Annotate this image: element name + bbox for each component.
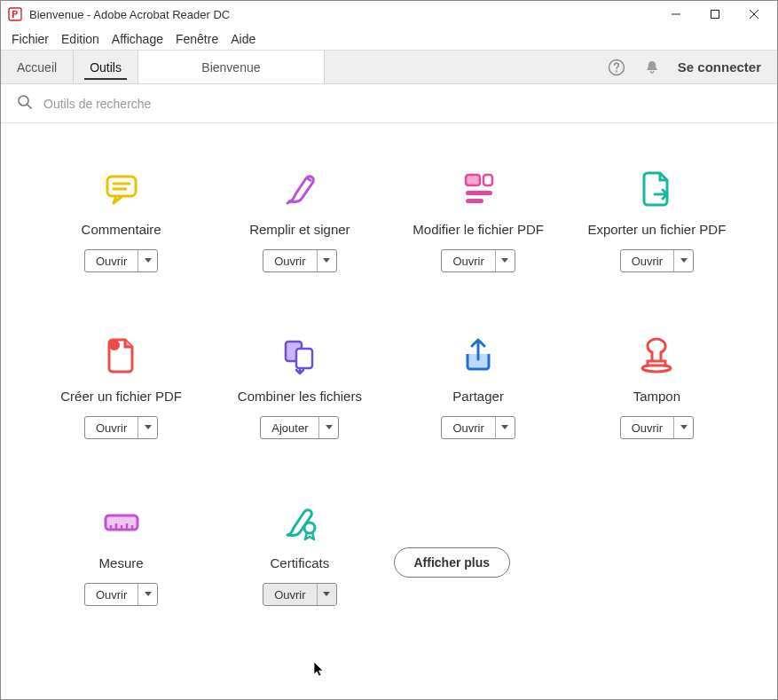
chevron-down-icon[interactable] <box>138 250 157 271</box>
share-icon <box>457 334 499 377</box>
tool-title: Certificats <box>271 554 330 572</box>
menu-bar: Fichier Edition Affichage Fenêtre Aide <box>1 28 777 51</box>
tool-createpdf: Créer un fichier PDFOuvrir <box>36 334 206 439</box>
tool-title: Commentaire <box>82 221 161 239</box>
tool-title: Remplir et signer <box>249 221 350 239</box>
search-row <box>1 84 777 123</box>
tool-measure: MesureOuvrir <box>36 501 206 606</box>
tool-title: Combiner les fichiers <box>238 388 362 405</box>
close-button[interactable] <box>735 1 774 28</box>
window-title: Bienvenue - Adobe Acrobat Reader DC <box>29 8 230 21</box>
tab-tools[interactable]: Outils <box>74 51 138 83</box>
chevron-down-icon[interactable] <box>495 250 515 271</box>
editpdf-icon <box>457 168 499 210</box>
exportpdf-icon <box>635 168 678 210</box>
comment-icon <box>100 168 143 210</box>
tool-action-button[interactable]: Ouvrir <box>441 416 515 439</box>
combine-icon <box>279 334 321 377</box>
chevron-down-icon[interactable] <box>317 584 336 605</box>
tool-exportpdf: Exporter un fichier PDFOuvrir <box>572 168 742 272</box>
tool-action-button[interactable]: Ouvrir <box>263 583 336 606</box>
chevron-down-icon[interactable] <box>138 417 157 438</box>
menu-view[interactable]: Affichage <box>112 32 163 46</box>
tool-action-label[interactable]: Ouvrir <box>85 417 138 438</box>
tools-area: CommentaireOuvrirRemplir et signerOuvrir… <box>1 123 777 699</box>
menu-help[interactable]: Aide <box>231 32 255 46</box>
show-more-button[interactable]: Afficher plus <box>394 547 511 578</box>
chevron-down-icon[interactable] <box>673 417 693 438</box>
menu-window[interactable]: Fenêtre <box>176 32 218 46</box>
tool-title: Modifier le fichier PDF <box>413 221 544 239</box>
tab-row: Accueil Outils Bienvenue Se connecter <box>1 51 777 84</box>
createpdf-icon <box>100 334 143 377</box>
tab-home[interactable]: Accueil <box>1 51 74 83</box>
tool-action-label[interactable]: Ouvrir <box>621 417 673 438</box>
help-icon[interactable] <box>607 58 626 77</box>
tool-action-button[interactable]: Ouvrir <box>84 249 158 272</box>
tool-action-label[interactable]: Ouvrir <box>263 250 316 271</box>
tool-action-button[interactable]: Ajouter <box>260 416 339 439</box>
tab-document[interactable]: Bienvenue <box>138 51 325 83</box>
svg-point-15 <box>304 523 315 533</box>
chevron-down-icon[interactable] <box>317 250 336 271</box>
tool-combine: Combiner les fichiersAjouter <box>215 334 384 439</box>
cert-icon <box>279 501 321 544</box>
tool-action-label[interactable]: Ouvrir <box>442 250 494 271</box>
title-bar: Bienvenue - Adobe Acrobat Reader DC <box>1 1 777 28</box>
menu-edit[interactable]: Edition <box>61 32 99 46</box>
svg-point-10 <box>109 340 120 350</box>
tool-action-button[interactable]: Ouvrir <box>84 583 158 606</box>
tool-title: Partager <box>452 388 504 405</box>
bell-icon[interactable] <box>642 58 662 77</box>
stamp-icon <box>635 334 678 377</box>
menu-file[interactable]: Fichier <box>12 32 49 46</box>
tool-action-label[interactable]: Ouvrir <box>263 584 316 605</box>
tool-action-button[interactable]: Ouvrir <box>620 249 694 272</box>
sign-in-link[interactable]: Se connecter <box>678 59 761 75</box>
maximize-button[interactable] <box>695 1 735 28</box>
tool-action-button[interactable]: Ouvrir <box>620 416 694 439</box>
chevron-down-icon[interactable] <box>318 417 338 438</box>
measure-icon <box>100 501 143 544</box>
tool-stamp: TamponOuvrir <box>572 334 742 439</box>
tool-fillsign: Remplir et signerOuvrir <box>215 168 384 272</box>
tool-action-label[interactable]: Ouvrir <box>85 250 138 271</box>
minimize-button[interactable] <box>656 1 695 28</box>
tool-cert: CertificatsOuvrir <box>215 501 384 606</box>
tool-title: Mesure <box>99 554 144 572</box>
svg-rect-6 <box>466 175 480 185</box>
chevron-down-icon[interactable] <box>138 584 157 605</box>
tool-action-label[interactable]: Ouvrir <box>621 250 673 271</box>
tool-action-label[interactable]: Ajouter <box>261 417 318 438</box>
svg-rect-1 <box>711 11 719 19</box>
tool-title: Tampon <box>633 388 680 405</box>
tool-editpdf: Modifier le fichier PDFOuvrir <box>394 168 563 272</box>
fillsign-icon <box>279 168 321 210</box>
tool-action-button[interactable]: Ouvrir <box>84 416 158 439</box>
svg-rect-7 <box>483 175 492 185</box>
tool-title: Exporter un fichier PDF <box>587 221 726 239</box>
more-cell: Afficher plus <box>394 501 563 606</box>
tool-action-button[interactable]: Ouvrir <box>263 249 336 272</box>
svg-point-3 <box>616 70 617 72</box>
search-input[interactable] <box>43 97 761 111</box>
tool-title: Créer un fichier PDF <box>60 388 182 405</box>
svg-point-4 <box>19 96 28 106</box>
svg-rect-5 <box>107 177 136 196</box>
tool-share: PartagerOuvrir <box>394 334 563 439</box>
svg-rect-9 <box>466 199 483 203</box>
tool-action-button[interactable]: Ouvrir <box>441 249 515 272</box>
svg-rect-8 <box>466 191 492 195</box>
tool-action-label[interactable]: Ouvrir <box>442 417 494 438</box>
tool-comment: CommentaireOuvrir <box>36 168 206 272</box>
tool-action-label[interactable]: Ouvrir <box>85 584 138 605</box>
chevron-down-icon[interactable] <box>673 250 693 271</box>
chevron-down-icon[interactable] <box>495 417 515 438</box>
svg-rect-12 <box>296 349 312 368</box>
app-icon <box>8 7 22 21</box>
search-icon <box>17 94 33 113</box>
